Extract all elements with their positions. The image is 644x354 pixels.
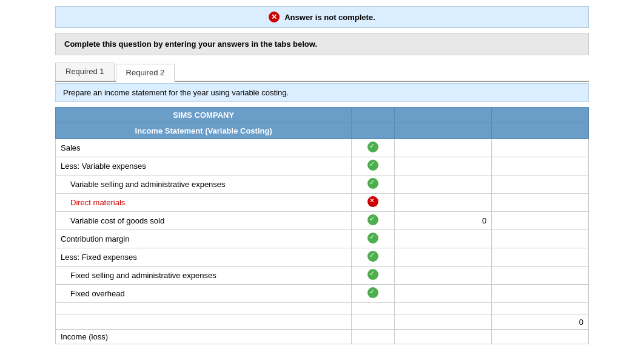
check-green-icon (367, 141, 378, 152)
row-col1-cell (395, 157, 492, 175)
info-bar: Prepare an income statement for the year… (55, 83, 589, 102)
instruction-bar: Complete this question by entering your … (55, 33, 589, 55)
row-check-cell (352, 175, 395, 194)
row-check-cell (352, 285, 395, 303)
row-col2-cell (492, 267, 589, 285)
row-check-cell (352, 315, 395, 330)
row-col2-cell (492, 330, 589, 344)
company-name-header: SIMS COMPANY (56, 107, 352, 123)
row-label-cell (56, 315, 352, 330)
row-label-cell: Direct materials (56, 194, 352, 212)
row-col1-cell (395, 315, 492, 330)
row-col2-cell: 0 (492, 315, 589, 330)
row-col2-cell (492, 157, 589, 175)
bottom-nav: ‹ Required 1 Required 2 › (55, 352, 589, 354)
row-label-cell: Fixed selling and administrative expense… (56, 267, 352, 285)
table-row: Sales (56, 139, 589, 157)
row-col2-cell (492, 175, 589, 194)
table-row: Fixed selling and administrative expense… (56, 267, 589, 285)
col1-header (395, 107, 492, 123)
row-col2-cell (492, 139, 589, 157)
row-label-cell: Less: Variable expenses (56, 157, 352, 175)
table-row: Income (loss) (56, 330, 589, 344)
row-col1-cell (395, 175, 492, 194)
row-check-cell (352, 248, 395, 267)
row-col2-cell (492, 212, 589, 230)
alert-error-icon: ✕ (269, 12, 280, 22)
check-green-icon (367, 233, 378, 243)
income-statement-table: SIMS COMPANY Income Statement (Variable … (55, 107, 589, 344)
info-text: Prepare an income statement for the year… (63, 88, 289, 97)
row-col1-cell (395, 285, 492, 303)
row-col1-cell (395, 267, 492, 285)
alert-text: Answer is not complete. (284, 13, 375, 22)
check-green-icon (367, 287, 378, 298)
row-check-cell (352, 157, 395, 175)
row-label-cell: Variable cost of goods sold (56, 212, 352, 230)
row-label-cell: Income (loss) (56, 330, 352, 344)
row-label-cell: Less: Fixed expenses (56, 248, 352, 267)
row-col2-cell (492, 248, 589, 267)
row-col1-cell (395, 194, 492, 212)
row-col1-cell: 0 (395, 212, 492, 230)
row-check-cell (352, 330, 395, 344)
row-col2-cell (492, 230, 589, 248)
check-green-icon (367, 269, 378, 280)
row-col2-cell (492, 285, 589, 303)
tabs-row: Required 1 Required 2 (55, 63, 589, 82)
row-check-cell (352, 267, 395, 285)
row-check-cell (352, 230, 395, 248)
check-green-icon (367, 160, 378, 171)
row-col1-cell (395, 330, 492, 344)
row-col1-cell (395, 248, 492, 267)
table-row: Less: Fixed expenses (56, 248, 589, 267)
row-check-cell (352, 212, 395, 230)
alert-banner: ✕ Answer is not complete. (55, 6, 589, 28)
tab-required1[interactable]: Required 1 (55, 63, 115, 81)
row-check-cell (352, 194, 395, 212)
table-row: Fixed overhead (56, 285, 589, 303)
table-row: 0 (56, 315, 589, 330)
col1-header2 (395, 123, 492, 139)
col2-header (492, 107, 589, 123)
row-col1-cell (395, 230, 492, 248)
row-label-cell: Contribution margin (56, 230, 352, 248)
row-label-cell: Sales (56, 139, 352, 157)
row-label-cell: Variable selling and administrative expe… (56, 175, 352, 194)
check-green-icon (367, 251, 378, 262)
table-row: Less: Variable expenses (56, 157, 589, 175)
check-green-icon (367, 214, 378, 225)
table-row: Direct materials (56, 194, 589, 212)
instruction-text: Complete this question by entering your … (64, 39, 317, 49)
row-label-cell: Fixed overhead (56, 285, 352, 303)
table-row: Variable cost of goods sold0 (56, 212, 589, 230)
row-col2-cell (492, 194, 589, 212)
row-check-cell (352, 139, 395, 157)
check-green-icon (367, 178, 378, 189)
table-row: Contribution margin (56, 230, 589, 248)
check-header (352, 107, 395, 123)
col2-header2 (492, 123, 589, 139)
row-col1-cell (395, 139, 492, 157)
table-row: Variable selling and administrative expe… (56, 175, 589, 194)
check-red-icon (367, 196, 378, 207)
tab-required2[interactable]: Required 2 (116, 64, 175, 82)
statement-title-header: Income Statement (Variable Costing) (56, 123, 352, 139)
check-header2 (352, 123, 395, 139)
